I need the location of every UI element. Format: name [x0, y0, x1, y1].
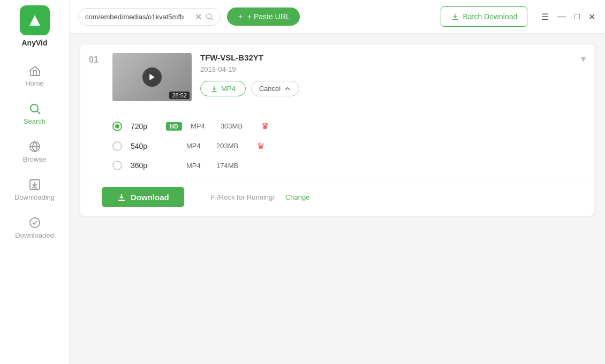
download-icon	[451, 12, 459, 21]
quality-size-540p: 203MB	[216, 142, 248, 150]
quality-size-720p: 303MB	[221, 122, 253, 130]
main-area: ✕ ＋ + Paste URL Batch Download ☰ —	[70, 0, 605, 364]
downloading-icon	[28, 178, 41, 191]
play-icon	[148, 73, 156, 81]
quality-row-540p[interactable]: 540p MP4 203MB ♛	[112, 139, 562, 153]
close-button[interactable]: ✕	[587, 11, 596, 23]
video-info: TFW-VSL-B32YT 2018-04-19 MP4 Ca	[200, 53, 572, 101]
svg-point-9	[206, 14, 211, 19]
quality-format-360p: MP4	[186, 162, 208, 170]
url-input-wrapper: ✕	[78, 8, 221, 26]
svg-line-10	[211, 18, 213, 20]
url-search-button[interactable]	[205, 12, 214, 21]
download-bar: Download F:/Rock for Running/ Change	[80, 181, 594, 216]
content-area: 01 28:52 TFW-VSL-B32YT 2018-04-19	[70, 34, 605, 364]
svg-point-2	[31, 104, 38, 112]
video-card: 01 28:52 TFW-VSL-B32YT 2018-04-19	[80, 44, 594, 216]
radio-720p[interactable]	[112, 122, 122, 131]
sidebar-item-downloaded[interactable]: Downloaded	[0, 210, 69, 246]
quality-label-720p: 720p	[131, 122, 157, 131]
sidebar-item-browse[interactable]: Browse	[0, 134, 69, 170]
video-index: 01	[89, 53, 104, 101]
video-title: TFW-VSL-B32YT	[200, 53, 572, 62]
quality-format-540p: MP4	[186, 142, 208, 150]
folder-path: F:/Rock for Running/	[211, 193, 275, 201]
change-folder-button[interactable]: Change	[285, 193, 310, 201]
home-icon	[28, 64, 41, 77]
paste-url-button[interactable]: ＋ + Paste URL	[227, 7, 300, 26]
download-mp4-icon	[210, 85, 218, 93]
app-logo	[20, 5, 50, 35]
sidebar-item-downloading[interactable]: Downloading	[0, 172, 69, 208]
video-thumbnail[interactable]: 28:52	[112, 53, 192, 101]
svg-point-8	[30, 218, 40, 228]
download-btn-icon	[117, 192, 126, 202]
mp4-button[interactable]: MP4	[200, 81, 246, 96]
quality-format-720p: MP4	[191, 122, 212, 130]
quality-size-360p: 174MB	[216, 162, 248, 170]
premium-icon-540p: ♛	[257, 141, 264, 151]
cancel-button[interactable]: Cancel	[251, 81, 299, 96]
hd-badge: HD	[166, 122, 182, 131]
duration-badge: 28:52	[169, 92, 190, 99]
radio-360p[interactable]	[112, 161, 122, 170]
quality-label-540p: 540p	[131, 142, 157, 150]
download-button[interactable]: Download	[102, 187, 184, 207]
paste-url-icon: ＋	[237, 12, 244, 21]
downloaded-icon	[28, 216, 41, 229]
sidebar-item-search[interactable]: Search	[0, 96, 69, 132]
video-date: 2018-04-19	[200, 65, 572, 73]
batch-download-button[interactable]: Batch Download	[441, 6, 527, 27]
menu-button[interactable]: ☰	[540, 11, 550, 23]
video-actions: MP4 Cancel	[200, 81, 572, 96]
play-button[interactable]	[142, 67, 162, 87]
video-header: 01 28:52 TFW-VSL-B32YT 2018-04-19	[80, 44, 594, 110]
quality-options: 720p HD MP4 303MB ♛ 540p MP4 203MB ♛	[80, 110, 594, 181]
maximize-button[interactable]: □	[573, 11, 581, 22]
svg-line-3	[37, 111, 40, 115]
svg-marker-13	[149, 74, 154, 80]
quality-row-360p[interactable]: 360p MP4 174MB	[112, 158, 562, 172]
window-controls: ☰ — □ ✕	[540, 11, 596, 23]
app-name: AnyVid	[22, 39, 48, 47]
nav-items: Home Search Browse	[0, 58, 69, 246]
minimize-button[interactable]: —	[556, 11, 567, 22]
sidebar-item-home[interactable]: Home	[0, 58, 69, 94]
quality-label-360p: 360p	[131, 161, 157, 170]
url-input[interactable]	[85, 13, 192, 21]
radio-540p[interactable]	[112, 141, 122, 151]
search-icon	[205, 12, 214, 21]
search-nav-icon	[28, 102, 41, 115]
expand-icon[interactable]: ▾	[581, 53, 586, 101]
sidebar: AnyVid Home Search Browse	[0, 0, 70, 364]
url-clear-button[interactable]: ✕	[195, 12, 202, 22]
chevron-up-icon	[284, 85, 291, 93]
browse-icon	[28, 140, 41, 153]
topbar: ✕ ＋ + Paste URL Batch Download ☰ —	[70, 0, 605, 34]
premium-icon-720p: ♛	[261, 121, 269, 131]
quality-row-720p[interactable]: 720p HD MP4 303MB ♛	[112, 119, 562, 133]
